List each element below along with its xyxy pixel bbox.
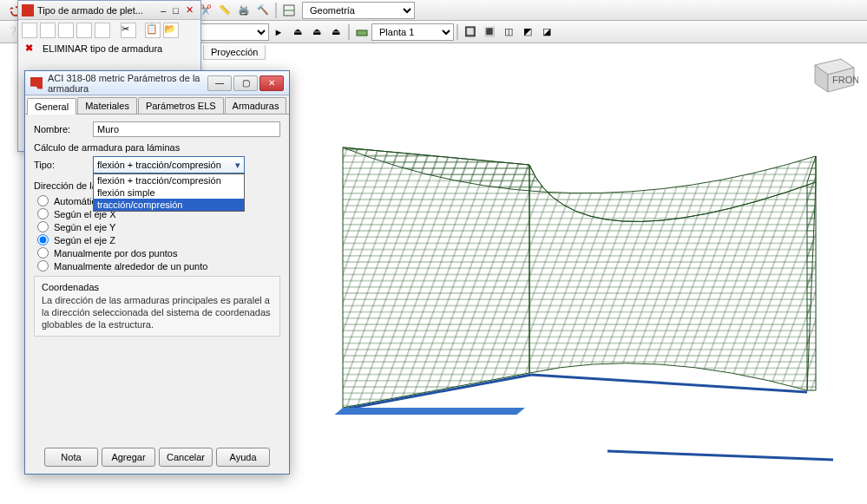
support-b-icon[interactable]: ⏏ (308, 23, 325, 41)
grid3-icon[interactable] (76, 23, 92, 38)
extra-d-icon[interactable]: ◩ (519, 23, 536, 41)
svg-rect-14 (357, 30, 367, 36)
view-cube[interactable]: FRONTAL (806, 52, 858, 95)
extra-a-icon[interactable]: 🔲 (462, 23, 479, 41)
coord-box: Coordenadas La dirección de las armadura… (34, 276, 280, 337)
tab-materiales[interactable]: Materiales (77, 97, 137, 114)
cut-icon[interactable]: ✂ (121, 23, 136, 38)
tool-f-icon[interactable]: 🔨 (254, 2, 272, 19)
type-option-2[interactable]: tracción/compresión (94, 199, 244, 211)
ayuda-button[interactable]: Ayuda (216, 448, 270, 467)
type-option-1[interactable]: flexión simple (94, 187, 244, 199)
app-icon (22, 4, 34, 16)
dialog-body: Nombre: Cálculo de armadura para láminas… (25, 115, 289, 342)
dialog-title: ACI 318-08 metric Parámetros de la armad… (48, 73, 206, 94)
ribbon-tab-projection[interactable]: Proyección (203, 45, 266, 60)
tab-armaduras[interactable]: Armaduras (225, 97, 287, 114)
radio-ejex[interactable] (37, 208, 49, 219)
dialog-buttons: Nota Agregar Cancelar Ayuda (25, 448, 289, 467)
radio-ejey-label: Según el eje Y (54, 222, 115, 232)
support-c-icon[interactable]: ⏏ (327, 23, 345, 41)
extra-b-icon[interactable]: 🔳 (481, 23, 498, 41)
layout-combo[interactable]: Geometría (302, 2, 415, 19)
floor-combo[interactable]: Planta 1 (371, 23, 454, 41)
calc-group-title: Cálculo de armadura para láminas (34, 142, 280, 153)
svg-rect-19 (334, 408, 525, 415)
tab-parametros-els[interactable]: Parámetros ELS (138, 97, 224, 114)
type-combo[interactable]: flexión + tracción/compresión flexión + … (93, 156, 245, 173)
case-next-icon[interactable]: ► (270, 23, 287, 41)
radio-ejez[interactable] (37, 234, 49, 245)
radio-manual-2pts[interactable] (37, 247, 49, 259)
titlebar[interactable]: ACI 318-08 metric Parámetros de la armad… (25, 71, 289, 95)
extra-e-icon[interactable]: ◪ (538, 23, 555, 41)
radio-manual-point[interactable] (37, 260, 49, 272)
coord-description: La dirección de las armaduras principale… (42, 295, 273, 331)
close-icon[interactable]: ✕ (182, 4, 197, 16)
maximize-icon[interactable]: □ (169, 5, 182, 16)
minimize-icon[interactable]: – (157, 5, 169, 16)
grid4-icon[interactable] (95, 23, 110, 38)
app-icon (30, 77, 43, 89)
window-title-back: Tipo de armado de plet... (37, 5, 143, 16)
new-icon[interactable] (22, 23, 37, 38)
svg-text:FRONTAL: FRONTAL (832, 75, 858, 85)
folder-icon[interactable]: 📂 (163, 23, 179, 38)
grid1-icon[interactable] (40, 23, 56, 38)
coord-label: Coordenadas (42, 282, 273, 292)
tab-general[interactable]: General (27, 98, 76, 115)
support-a-icon[interactable]: ⏏ (289, 23, 306, 41)
type-option-0[interactable]: flexión + tracción/compresión (94, 174, 244, 187)
layout-icon[interactable] (280, 2, 298, 19)
delete-icon: ✖ (25, 43, 37, 55)
type-label: Tipo: (34, 160, 93, 170)
toolbar-window-back: ✂ 📋 📂 (18, 20, 200, 41)
titlebar-back[interactable]: Tipo de armado de plet... – □ ✕ (18, 1, 200, 20)
radio-manual-point-label: Manualmente alrededor de un punto (54, 261, 207, 272)
extra-c-icon[interactable]: ◫ (500, 23, 517, 41)
grid2-icon[interactable] (58, 23, 74, 38)
radio-ejey[interactable] (37, 221, 49, 232)
tool-e-icon[interactable]: 🖨️ (235, 2, 253, 19)
list-row-delete[interactable]: ✖ ELIMINAR tipo de armadura (18, 41, 200, 56)
cancelar-button[interactable]: Cancelar (159, 448, 213, 467)
radio-auto[interactable] (37, 195, 49, 206)
floor-icon[interactable] (353, 23, 371, 41)
type-combo-value: flexión + tracción/compresión (97, 160, 221, 170)
dialog-reinforcement-params: ACI 318-08 metric Parámetros de la armad… (24, 70, 290, 475)
radio-ejez-label: Según el eje Z (54, 235, 115, 245)
paste-icon[interactable]: 📋 (145, 23, 161, 38)
name-input[interactable] (93, 121, 280, 137)
tabbar: General Materiales Parámetros ELS Armadu… (25, 95, 289, 115)
agregar-button[interactable]: Agregar (102, 448, 155, 467)
close-button[interactable]: ✕ (259, 75, 284, 91)
radio-manual-2pts-label: Manualmente por dos puntos (54, 248, 177, 259)
maximize-button[interactable]: ▢ (233, 75, 258, 91)
minimize-button[interactable]: — (207, 75, 232, 91)
nota-button[interactable]: Nota (44, 448, 98, 467)
list-item-label: ELIMINAR tipo de armadura (43, 43, 162, 54)
name-label: Nombre: (34, 124, 93, 134)
tool-d-icon[interactable]: 📏 (216, 2, 233, 19)
svg-line-18 (608, 451, 833, 460)
type-combo-list: flexión + tracción/compresión flexión si… (93, 173, 245, 212)
